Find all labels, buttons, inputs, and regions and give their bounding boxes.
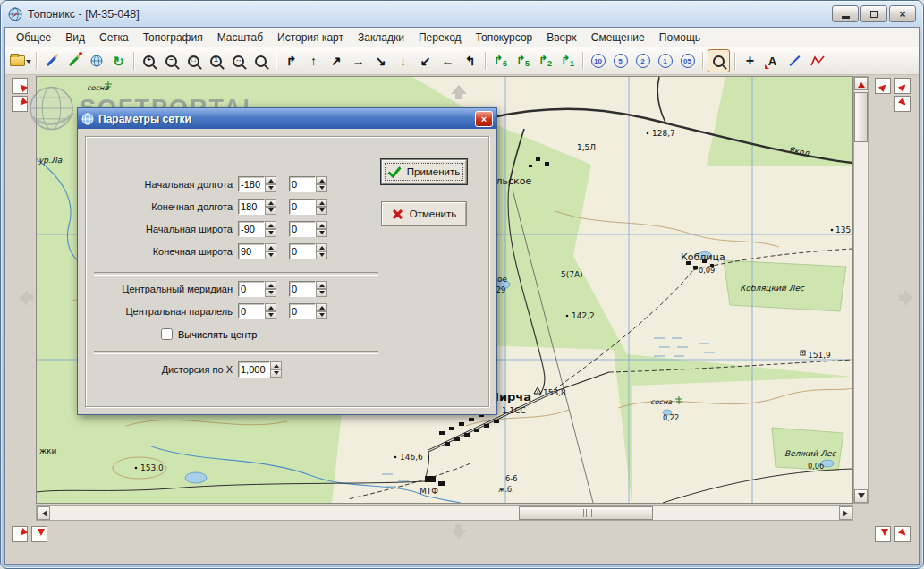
- pan-ghost-right[interactable]: [899, 290, 919, 306]
- end-lat-min-input[interactable]: [289, 243, 316, 259]
- pan-left-button[interactable]: ←: [437, 50, 458, 72]
- spin-up-button[interactable]: [265, 176, 276, 184]
- scroll-down-button[interactable]: [854, 489, 868, 503]
- pan-ghost-up[interactable]: [451, 77, 467, 99]
- menu-istoriya-kart[interactable]: История карт: [270, 30, 351, 46]
- minimize-button[interactable]: [832, 5, 859, 22]
- horizontal-scroll-track[interactable]: [50, 506, 839, 520]
- dialog-titlebar[interactable]: Параметры сетки ×: [78, 108, 496, 129]
- start-lon-min-input[interactable]: [289, 176, 316, 192]
- step-5-button[interactable]: ↱5: [513, 50, 533, 72]
- scale-1-button[interactable]: 1: [655, 50, 675, 72]
- zoom-extent-button[interactable]: ↔: [228, 50, 249, 72]
- scale-05-button[interactable]: 05: [677, 50, 698, 72]
- spin-down-button[interactable]: [265, 207, 276, 215]
- menu-topokursor[interactable]: Топокурсор: [469, 30, 540, 46]
- scroll-right-button[interactable]: [839, 506, 852, 520]
- pan-up-button[interactable]: ↑: [303, 50, 324, 72]
- maximize-button[interactable]: [860, 5, 887, 22]
- spin-up-button[interactable]: [316, 243, 327, 251]
- spin-up-button[interactable]: [265, 303, 276, 311]
- jump-down-left-button[interactable]: [31, 526, 47, 542]
- central-parallel-deg-input[interactable]: [238, 303, 265, 319]
- zoom-actual-button[interactable]: 1: [206, 50, 226, 72]
- pan-right-button[interactable]: →: [348, 50, 369, 72]
- spin-up-button[interactable]: [270, 361, 282, 369]
- spin-up-button[interactable]: [316, 199, 327, 207]
- central-parallel-min-input[interactable]: [289, 303, 316, 319]
- draw-tool-button[interactable]: [41, 50, 62, 72]
- spin-up-button[interactable]: [316, 281, 327, 289]
- end-lon-min-input[interactable]: [289, 199, 316, 215]
- compute-center-checkbox[interactable]: [161, 328, 173, 340]
- pan-ghost-left[interactable]: [11, 290, 33, 306]
- jump-right-button[interactable]: [894, 96, 911, 112]
- zoom-out-button[interactable]: −: [161, 50, 182, 72]
- jump-top-right-button[interactable]: [875, 78, 891, 94]
- menu-obshchee[interactable]: Общее: [9, 30, 58, 46]
- spin-up-button[interactable]: [316, 303, 327, 311]
- pan-up-right-button[interactable]: ↗: [326, 50, 346, 72]
- spin-up-button[interactable]: [265, 281, 276, 289]
- central-meridian-deg-input[interactable]: [238, 281, 265, 297]
- start-lat-min-input[interactable]: [289, 221, 316, 237]
- menu-perekhod[interactable]: Переход: [411, 30, 469, 46]
- spin-down-button[interactable]: [316, 229, 327, 237]
- spin-down-button[interactable]: [316, 207, 327, 215]
- start-lat-deg-input[interactable]: [238, 221, 265, 237]
- end-lon-deg-input[interactable]: [238, 199, 265, 215]
- scale-10-button[interactable]: 10: [588, 50, 608, 72]
- scale-2-button[interactable]: 2: [632, 50, 653, 72]
- spin-up-button[interactable]: [316, 176, 327, 184]
- spin-down-button[interactable]: [265, 251, 276, 259]
- polyline-tool-button[interactable]: [807, 50, 827, 72]
- central-meridian-min-input[interactable]: [289, 281, 316, 297]
- open-dropdown-icon[interactable]: [26, 60, 31, 66]
- menu-topografiya[interactable]: Топография: [136, 30, 210, 46]
- scroll-up-button[interactable]: [854, 77, 868, 90]
- edit-grid-button[interactable]: [64, 50, 84, 72]
- spin-down-button[interactable]: [316, 311, 327, 319]
- menu-vid[interactable]: Вид: [58, 30, 92, 46]
- jump-left-button[interactable]: [12, 96, 28, 112]
- distortion-input[interactable]: [238, 361, 270, 378]
- spin-down-button[interactable]: [265, 184, 276, 192]
- spin-up-button[interactable]: [316, 221, 327, 229]
- pan-bend-left-button[interactable]: ↰: [460, 50, 480, 72]
- step-2-button[interactable]: ↱2: [535, 50, 555, 72]
- refresh-button[interactable]: ↻: [108, 50, 129, 72]
- pan-ghost-down[interactable]: [451, 524, 467, 547]
- open-map-button[interactable]: [10, 50, 31, 72]
- titlebar[interactable]: Топоникс - [М-35-048] ×: [1, 1, 923, 27]
- jump-bottom-left-button[interactable]: [12, 526, 28, 542]
- close-button[interactable]: ×: [889, 5, 916, 22]
- pan-down-right-button[interactable]: ↘: [370, 50, 391, 72]
- jump-bottom-right-button[interactable]: [894, 526, 911, 542]
- menu-smeshchenie[interactable]: Смещение: [584, 30, 652, 46]
- menu-vverkh[interactable]: Вверх: [539, 30, 583, 46]
- scroll-left-button[interactable]: [37, 506, 50, 520]
- step-6-button[interactable]: ↱6: [490, 50, 511, 72]
- text-tool-button[interactable]: А: [762, 50, 783, 72]
- jump-top-left-button[interactable]: [12, 78, 28, 94]
- vertical-scrollbar[interactable]: [853, 76, 869, 504]
- spin-up-button[interactable]: [265, 221, 276, 229]
- cancel-button[interactable]: Отменить: [381, 201, 467, 226]
- menu-masshtab[interactable]: Масштаб: [210, 30, 270, 46]
- apply-button[interactable]: Применить: [381, 159, 467, 184]
- crosshair-tool-button[interactable]: +: [740, 50, 760, 72]
- line-tool-button[interactable]: [784, 50, 805, 72]
- spin-up-button[interactable]: [265, 199, 276, 207]
- dialog-close-button[interactable]: ×: [475, 111, 493, 127]
- pan-bend-up-button[interactable]: ↱: [281, 50, 301, 72]
- scale-5-button[interactable]: 5: [610, 50, 631, 72]
- horizontal-scroll-thumb[interactable]: [519, 506, 653, 520]
- pan-down-left-button[interactable]: ↙: [415, 50, 436, 72]
- zoom-window-button[interactable]: □: [183, 50, 204, 72]
- spin-up-button[interactable]: [265, 243, 276, 251]
- spin-down-button[interactable]: [316, 289, 327, 297]
- zoom-in-button[interactable]: +: [139, 50, 159, 72]
- spin-down-button[interactable]: [316, 184, 327, 192]
- spin-down-button[interactable]: [265, 311, 276, 319]
- jump-right-top-button[interactable]: [894, 78, 911, 94]
